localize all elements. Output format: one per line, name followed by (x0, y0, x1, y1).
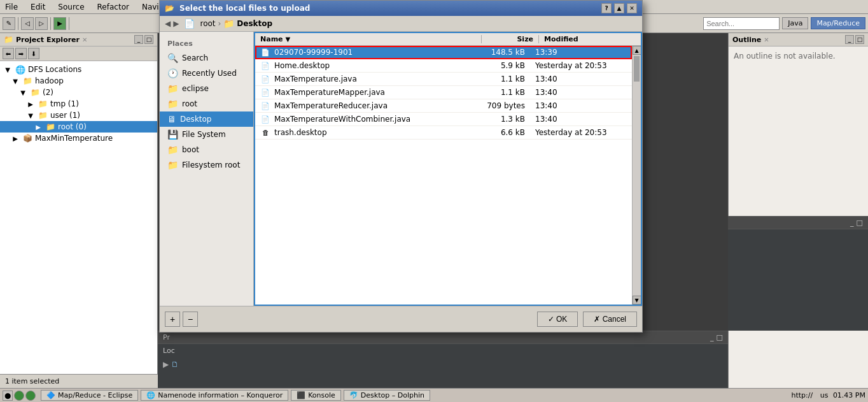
scrollbar-thumb[interactable] (634, 56, 640, 82)
panel-maximize-btn[interactable]: □ (144, 35, 153, 44)
menu-refactor[interactable]: Refactor (95, 1, 132, 13)
user-expand-icon: ▼ (25, 110, 36, 120)
bottom-panel-controls: _ □ (710, 333, 723, 341)
tree-item-2[interactable]: ▼ 📁 (2) (0, 87, 157, 98)
menu-source[interactable]: Source (55, 1, 87, 13)
breadcrumb-back-btn[interactable]: ◀ (165, 19, 171, 28)
scrollbar-up-btn[interactable]: ▲ (633, 46, 641, 55)
outline-minimize-btn[interactable]: _ (845, 35, 854, 44)
tree-item-maxmin[interactable]: ▶ 📦 MaxMinTemperature (0, 133, 157, 144)
outline-bottom-controls: _ □ (850, 219, 863, 227)
tree-item-dfs[interactable]: ▼ 🌐 DFS Locations (0, 64, 157, 75)
dialog-close-btn[interactable]: ✕ (627, 3, 637, 13)
toolbar-divider-1 (18, 17, 18, 30)
col-modified-header[interactable]: Modified (539, 35, 641, 43)
remove-location-btn[interactable]: − (183, 312, 198, 327)
files-scrollbar[interactable]: ▲ ▼ (632, 46, 641, 305)
file-row-0[interactable]: 📄 029070-99999-1901 148.5 kB 13:39 (255, 46, 632, 59)
dialog-body: Places 🔍 Search 🕐 Recently Used 📁 eclips… (160, 32, 642, 306)
breadcrumb-forward-btn[interactable]: ▶ (173, 19, 179, 28)
outline-close-icon[interactable]: ✕ (764, 36, 769, 43)
dfs-expand-icon: ▼ (3, 64, 13, 75)
project-explorer-title: Project Explorer (16, 36, 80, 44)
tab-java[interactable]: Java (782, 17, 808, 29)
hadoop-expand-icon: ▼ (10, 76, 20, 86)
dialog-footer: + − ✓ OK ✗ Cancel (160, 306, 642, 332)
taskbar-konsole-label: Konsole (308, 391, 335, 399)
taskbar-eclipse-label: Map/Reduce - Eclipse (58, 391, 132, 399)
bottom-panel-maximize-btn[interactable]: □ (717, 333, 723, 341)
toolbar-btn-1[interactable]: ✎ (3, 17, 15, 30)
cancel-button[interactable]: ✗ Cancel (583, 312, 637, 327)
scrollbar-down-btn[interactable]: ▼ (633, 296, 641, 305)
places-item-recently-used[interactable]: 🕐 Recently Used (160, 66, 253, 81)
menu-file[interactable]: File (3, 1, 20, 13)
taskbar-dolphin[interactable]: 🐬 Desktop – Dolphin (344, 390, 430, 401)
file-name-3: 📄 MaxTemperatureMapper.java (255, 87, 473, 97)
filesystem-place-icon: 💾 (167, 129, 178, 140)
2-folder-icon: 📁 (31, 88, 40, 97)
toolbar-btn-3[interactable]: ▷ (35, 17, 48, 30)
toolbar-run-btn[interactable]: ▶ (53, 17, 66, 30)
search-place-icon: 🔍 (167, 53, 178, 63)
file-name-5: 📄 MaxTemperatureWithCombiner.java (255, 114, 473, 124)
col-name-header[interactable]: Name ▼ (255, 35, 482, 43)
bottom-panel-minimize-btn[interactable]: _ (710, 333, 714, 341)
col-size-header[interactable]: Size (482, 35, 539, 43)
toolbar-search-input[interactable] (703, 17, 780, 30)
file-size-6: 6.6 kB (473, 128, 530, 137)
file-icon-5: 📄 (260, 114, 270, 124)
status-item-count: 1 item selected (5, 377, 59, 385)
root-folder-icon: 📁 (46, 122, 55, 131)
file-row-5[interactable]: 📄 MaxTemperatureWithCombiner.java 1.3 kB… (255, 113, 632, 126)
project-explorer-close-icon[interactable]: ✕ (82, 36, 87, 43)
ok-button[interactable]: ✓ OK (537, 312, 578, 327)
taskbar-eclipse[interactable]: 🔷 Map/Reduce - Eclipse (41, 390, 138, 401)
tree-item-hadoop[interactable]: ▼ 📁 hadoop (0, 75, 157, 87)
places-item-boot[interactable]: 📁 boot (160, 142, 253, 157)
breadcrumb-root[interactable]: root (200, 19, 215, 28)
bottom-panel-header: Pr _ □ (158, 331, 728, 344)
dialog-minimize-btn[interactable]: ? (601, 3, 612, 13)
maxmin-expand-icon: ▶ (10, 133, 20, 143)
outline-bottom-minimize[interactable]: _ (850, 219, 854, 227)
file-row-6[interactable]: 🗑 trash.desktop 6.6 kB Yesterday at 20:5… (255, 126, 632, 140)
explorer-down-btn[interactable]: ⬇ (28, 48, 39, 59)
add-location-btn[interactable]: + (165, 312, 180, 327)
explorer-forward-btn[interactable]: ➡ (15, 48, 27, 59)
panel-minimize-btn[interactable]: _ (134, 35, 143, 44)
files-content: 📄 029070-99999-1901 148.5 kB 13:39 📄 Hom… (255, 46, 641, 305)
taskbar-namenode[interactable]: 🌐 Namenode information – Konqueror (141, 390, 288, 401)
taskbar-konsole[interactable]: ⬛ Konsole (291, 390, 341, 401)
dialog-maximize-btn[interactable]: ▲ (614, 3, 624, 13)
explorer-back-btn[interactable]: ⬅ (3, 48, 14, 59)
places-item-eclipse[interactable]: 📁 eclipse (160, 81, 253, 96)
col-name-label: Name (260, 35, 283, 43)
tree-item-root[interactable]: ▶ 📁 root (0) (0, 121, 157, 133)
outline-maximize-btn[interactable]: □ (855, 35, 864, 44)
places-item-filesystem[interactable]: 💾 File System (160, 127, 253, 142)
tree-item-tmp[interactable]: ▶ 📁 tmp (1) (0, 98, 157, 110)
file-row-2[interactable]: 📄 MaxTemperature.java 1.1 kB 13:40 (255, 73, 632, 86)
outline-bottom-maximize[interactable]: □ (857, 219, 863, 227)
places-item-fsroot[interactable]: 📁 Filesystem root (160, 157, 253, 173)
scrollbar-track[interactable] (633, 55, 641, 296)
file-row-1[interactable]: 📄 Home.desktop 5.9 kB Yesterday at 20:53 (255, 59, 632, 73)
tab-mapreduce[interactable]: Map/Reduce (811, 17, 865, 29)
file-modified-1: Yesterday at 20:53 (530, 61, 632, 70)
tree-item-user[interactable]: ▼ 📁 user (1) (0, 110, 157, 121)
toolbar-divider-2 (50, 17, 51, 30)
menu-edit[interactable]: Edit (28, 1, 48, 13)
toolbar-btn-2[interactable]: ◁ (21, 17, 34, 30)
places-item-desktop[interactable]: 🖥 Desktop (160, 111, 253, 127)
places-fsroot-label: Filesystem root (182, 161, 240, 169)
places-item-root-dir[interactable]: 📁 root (160, 96, 253, 111)
outline-bottom-header: _ □ (728, 217, 868, 229)
file-row-3[interactable]: 📄 MaxTemperatureMapper.java 1.1 kB 13:40 (255, 86, 632, 99)
places-item-search[interactable]: 🔍 Search (160, 50, 253, 66)
outline-header: Outline ✕ _ □ (729, 33, 868, 47)
places-desktop-label: Desktop (180, 115, 212, 124)
file-row-4[interactable]: 📄 MaxTemperatureReducer.java 709 bytes 1… (255, 99, 632, 113)
outline-bottom-area: _ □ (728, 216, 868, 331)
file-upload-dialog: 📂 Select the local files to upload ? ▲ ✕… (159, 0, 643, 333)
